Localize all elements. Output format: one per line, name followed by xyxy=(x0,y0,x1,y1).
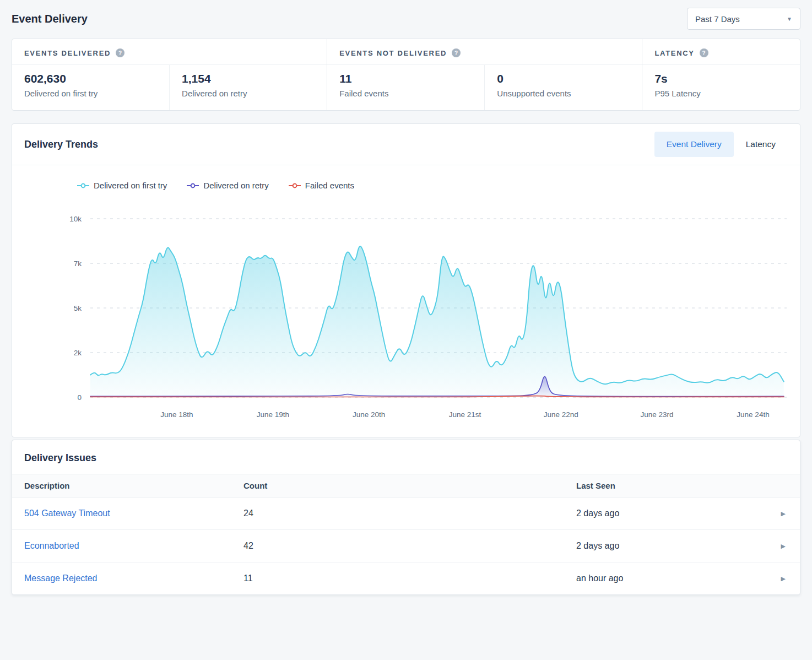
stat-group-header: EVENTS DELIVERED ? xyxy=(12,39,327,65)
delivery-trends-title: Delivery Trends xyxy=(24,139,98,150)
delivery-trends-card: Delivery Trends Event Delivery Latency D… xyxy=(12,123,800,437)
tab-latency[interactable]: Latency xyxy=(734,132,788,157)
stat-value: 11 xyxy=(339,72,472,85)
y-axis-label: 0 xyxy=(77,393,82,402)
x-axis-label: June 19th xyxy=(257,410,289,419)
y-axis-label: 10k xyxy=(69,215,82,223)
column-header-description: Description xyxy=(12,474,243,497)
legend-item[interactable]: Delivered on retry xyxy=(187,181,268,190)
stat-label: Failed events xyxy=(339,89,472,98)
delivery-issues-title: Delivery Issues xyxy=(12,452,800,464)
stats-summary-card: EVENTS DELIVERED ? 602,630 Delivered on … xyxy=(12,39,800,111)
issue-count: 24 xyxy=(243,497,576,530)
legend-marker-icon xyxy=(187,182,199,189)
x-axis-label: June 20th xyxy=(353,410,385,419)
table-row[interactable]: Econnaborted 42 2 days ago ▶ xyxy=(12,530,800,562)
issue-link[interactable]: 504 Gateway Timeout xyxy=(24,508,110,518)
issue-link[interactable]: Message Rejected xyxy=(24,574,98,583)
delivery-issues-card: Delivery Issues Description Count Last S… xyxy=(12,440,800,595)
legend-item[interactable]: Delivered on first try xyxy=(77,181,167,190)
stat-group-label: EVENTS DELIVERED xyxy=(24,49,111,57)
y-axis-label: 2k xyxy=(74,349,82,357)
stat-group-latency: LATENCY ? 7s P95 Latency xyxy=(642,39,800,110)
chart-area: Delivered on first tryDelivered on retry… xyxy=(12,165,800,437)
stat-p95-latency: 7s P95 Latency xyxy=(642,65,800,110)
table-header-row: Description Count Last Seen xyxy=(12,474,800,497)
stat-cells: 7s P95 Latency xyxy=(642,65,800,110)
stat-group-label: EVENTS NOT DELIVERED xyxy=(339,49,447,57)
date-range-selector[interactable]: Past 7 Days ▼ xyxy=(687,8,800,30)
chart-legend: Delivered on first tryDelivered on retry… xyxy=(77,181,788,190)
help-icon[interactable]: ? xyxy=(116,48,124,57)
x-axis-label: June 23rd xyxy=(641,410,674,419)
tab-event-delivery[interactable]: Event Delivery xyxy=(654,132,734,157)
x-axis-label: June 24th xyxy=(737,410,769,419)
issue-link[interactable]: Econnaborted xyxy=(24,541,79,550)
issue-last-seen: 2 days ago xyxy=(576,497,761,530)
x-axis-label: June 21st xyxy=(449,410,481,419)
stat-group-header: EVENTS NOT DELIVERED ? xyxy=(327,39,642,65)
date-range-value: Past 7 Days xyxy=(695,14,740,24)
stat-label: Delivered on retry xyxy=(182,89,315,98)
legend-label: Delivered on first try xyxy=(94,181,167,190)
legend-label: Failed events xyxy=(305,181,354,190)
chevron-right-icon[interactable]: ▶ xyxy=(761,530,800,562)
legend-marker-icon xyxy=(289,182,301,189)
stat-cells: 11 Failed events 0 Unsupported events xyxy=(327,65,642,110)
issue-last-seen: 2 days ago xyxy=(576,530,761,562)
trends-chart-svg: 02k5k7k10kJune 18thJune 19thJune 20thJun… xyxy=(24,200,791,426)
table-row[interactable]: 504 Gateway Timeout 24 2 days ago ▶ xyxy=(12,497,800,530)
trends-tabs: Event Delivery Latency xyxy=(654,132,788,157)
legend-label: Delivered on retry xyxy=(203,181,268,190)
topbar: Event Delivery Past 7 Days ▼ xyxy=(12,0,800,39)
y-axis-label: 5k xyxy=(74,304,82,312)
legend-item[interactable]: Failed events xyxy=(289,181,354,190)
stat-value: 602,630 xyxy=(24,72,157,85)
legend-marker-icon xyxy=(77,182,89,189)
stat-value: 7s xyxy=(654,72,788,85)
y-axis-label: 7k xyxy=(74,259,82,268)
table-row[interactable]: Message Rejected 11 an hour ago ▶ xyxy=(12,562,800,595)
stat-failed-events: 11 Failed events xyxy=(327,65,484,110)
stat-delivered-retry: 1,154 Delivered on retry xyxy=(169,65,327,110)
chevron-right-icon[interactable]: ▶ xyxy=(761,562,800,595)
help-icon[interactable]: ? xyxy=(700,48,708,57)
series-area-0 xyxy=(90,246,784,397)
stat-delivered-first-try: 602,630 Delivered on first try xyxy=(12,65,169,110)
stat-label: Delivered on first try xyxy=(24,89,157,98)
help-icon[interactable]: ? xyxy=(452,48,461,57)
stat-label: P95 Latency xyxy=(654,89,788,98)
stat-group-events-delivered: EVENTS DELIVERED ? 602,630 Delivered on … xyxy=(12,39,327,110)
x-axis-label: June 22nd xyxy=(544,410,578,419)
stat-label: Unsupported events xyxy=(497,89,630,98)
stat-cells: 602,630 Delivered on first try 1,154 Del… xyxy=(12,65,327,110)
page-title: Event Delivery xyxy=(12,13,88,25)
stat-unsupported-events: 0 Unsupported events xyxy=(484,65,642,110)
delivery-issues-table: Description Count Last Seen 504 Gateway … xyxy=(12,474,800,594)
column-header-last-seen: Last Seen xyxy=(576,474,761,497)
stat-group-events-not-delivered: EVENTS NOT DELIVERED ? 11 Failed events … xyxy=(327,39,642,110)
stat-value: 1,154 xyxy=(182,72,315,85)
event-delivery-page: Event Delivery Past 7 Days ▼ EVENTS DELI… xyxy=(0,0,812,595)
column-header-actions xyxy=(761,474,800,497)
issue-last-seen: an hour ago xyxy=(576,562,761,595)
chevron-right-icon[interactable]: ▶ xyxy=(761,497,800,530)
chevron-down-icon: ▼ xyxy=(787,16,792,22)
issue-count: 11 xyxy=(243,562,576,595)
x-axis-label: June 18th xyxy=(160,410,193,419)
delivery-trends-header: Delivery Trends Event Delivery Latency xyxy=(12,124,800,165)
stat-group-header: LATENCY ? xyxy=(642,39,800,65)
stat-value: 0 xyxy=(497,72,630,85)
issue-count: 42 xyxy=(243,530,576,562)
column-header-count: Count xyxy=(243,474,576,497)
stat-group-label: LATENCY xyxy=(654,49,694,57)
